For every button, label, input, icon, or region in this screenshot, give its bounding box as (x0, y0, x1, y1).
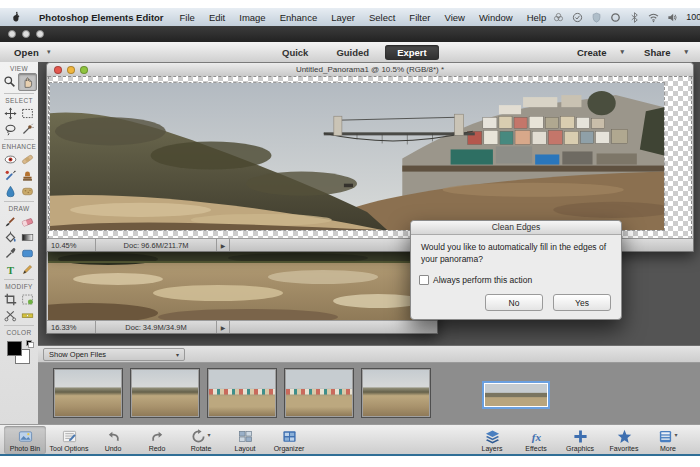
bluetooth-icon[interactable] (629, 12, 640, 23)
paint-bucket-tool[interactable] (2, 229, 19, 245)
tab-quick[interactable]: Quick (270, 45, 320, 60)
organizer-icon (282, 429, 297, 444)
clone-stamp-tool[interactable] (19, 167, 36, 183)
default-colors-icon[interactable] (28, 342, 34, 348)
window-zoom-button[interactable] (36, 30, 44, 38)
color-swatches[interactable] (6, 340, 32, 366)
menu-layer[interactable]: Layer (324, 12, 362, 23)
sponge-tool[interactable] (19, 183, 36, 199)
layout-button[interactable]: Layout (224, 426, 266, 454)
toolbox-section-enhance: ENHANCE (2, 143, 37, 150)
thumbnail-photo-4[interactable] (284, 368, 354, 418)
straighten-tool[interactable] (19, 307, 36, 323)
type-tool[interactable]: T (2, 261, 19, 277)
rectangular-marquee-tool[interactable] (19, 105, 36, 121)
app-menu[interactable]: Photoshop Elements Editor (32, 12, 173, 23)
menu-image[interactable]: Image (232, 12, 272, 23)
share-button[interactable]: Share (642, 47, 672, 58)
apple-menu-icon[interactable] (10, 11, 22, 23)
recompose-tool[interactable] (19, 291, 36, 307)
thumbnail-photo-1[interactable] (53, 368, 123, 418)
graphics-button[interactable]: Graphics (559, 426, 601, 454)
always-perform-checkbox[interactable] (419, 275, 429, 285)
taskbar: Photo BinTool OptionsUndoRedo▾RotateLayo… (0, 424, 700, 455)
crop-tool[interactable] (2, 291, 19, 307)
lasso-tool[interactable] (2, 121, 19, 137)
check-circle-icon[interactable] (572, 12, 583, 23)
tool-options-button[interactable]: Tool Options (48, 426, 90, 454)
show-open-files-dropdown[interactable]: Show Open Files ▾ (43, 348, 185, 361)
eraser-tool[interactable] (19, 213, 36, 229)
rotate-button[interactable]: ▾Rotate (180, 426, 222, 454)
brush-tool[interactable] (2, 213, 19, 229)
sync-circle-icon[interactable] (610, 12, 621, 23)
menu-filter[interactable]: Filter (402, 12, 437, 23)
tab-expert[interactable]: Expert (385, 45, 439, 60)
move-tool[interactable] (2, 105, 19, 121)
redo-button[interactable]: Redo (136, 426, 178, 454)
toolbox-section-draw: DRAW (8, 205, 29, 212)
undo-button[interactable]: Undo (92, 426, 134, 454)
yes-button[interactable]: Yes (553, 294, 611, 311)
spot-healing-brush-tool[interactable] (19, 151, 36, 167)
window-close-button[interactable] (8, 30, 16, 38)
blur-tool[interactable] (2, 183, 19, 199)
favorites-button[interactable]: Favorites (603, 426, 645, 454)
create-button[interactable]: Create (575, 47, 609, 58)
gradient-tool[interactable] (19, 229, 36, 245)
effects-button[interactable]: fxEffects (515, 426, 557, 454)
eyedropper-tool[interactable] (2, 245, 19, 261)
toolbox-section-color: COLOR (6, 329, 31, 336)
tab-guided[interactable]: Guided (324, 45, 381, 60)
background-doc-image (48, 251, 436, 320)
status-popup-arrow[interactable]: ▶ (217, 239, 230, 251)
thumbnail-photo-3[interactable] (207, 368, 277, 418)
document-window-background[interactable]: 16.33% Doc: 34.9M/34.9M ▶ (46, 250, 438, 334)
battery-percent: 100% (686, 12, 700, 22)
no-button[interactable]: No (485, 294, 543, 311)
shield-icon[interactable] (591, 12, 602, 23)
pencil-tool[interactable] (19, 261, 36, 277)
menu-edit[interactable]: Edit (202, 12, 232, 23)
menu-help[interactable]: Help (520, 12, 554, 23)
menu-file[interactable]: File (173, 12, 202, 23)
open-button[interactable]: Open (14, 47, 39, 58)
undo-icon (106, 429, 121, 444)
taskbar-accent-strip (0, 454, 700, 456)
smart-brush-tool[interactable] (2, 167, 19, 183)
background-doc-zoom-level[interactable]: 16.33% (47, 321, 96, 333)
menu-window[interactable]: Window (472, 12, 520, 23)
quick-selection-tool[interactable] (19, 121, 36, 137)
layers-button[interactable]: Layers (471, 426, 513, 454)
content-aware-move-tool[interactable] (2, 307, 19, 323)
zoom-tool[interactable] (1, 73, 18, 89)
thumbnail-photo-2[interactable] (130, 368, 200, 418)
create-dropdown-arrow[interactable]: ▾ (621, 48, 625, 56)
red-eye-removal-tool[interactable] (2, 151, 19, 167)
window-minimize-button[interactable] (22, 30, 30, 38)
shape-tool[interactable] (19, 245, 36, 261)
organizer-button[interactable]: Organizer (268, 426, 310, 454)
creative-cloud-icon[interactable] (553, 12, 564, 23)
thumbnail-image (485, 384, 547, 406)
share-dropdown-arrow[interactable]: ▾ (684, 48, 688, 56)
battery-indicator: 100% (686, 12, 700, 22)
thumbnail-photo-5[interactable] (361, 368, 431, 418)
panorama-zoom-level[interactable]: 10.45% (47, 239, 96, 251)
menu-view[interactable]: View (437, 12, 471, 23)
volume-icon[interactable] (667, 12, 678, 23)
panorama-titlebar[interactable]: Untitled_Panorama1 @ 10.5% (RGB/8*) * (47, 63, 693, 77)
more-button[interactable]: ▾More (647, 426, 689, 454)
photo-bin-button[interactable]: Photo Bin (4, 426, 46, 454)
status-popup-arrow[interactable]: ▶ (217, 321, 230, 333)
hand-tool[interactable] (18, 73, 37, 91)
menu-select[interactable]: Select (362, 12, 402, 23)
open-dropdown-arrow[interactable]: ▾ (47, 48, 51, 56)
photo-bin-thumbnails (38, 363, 700, 425)
foreground-color-swatch[interactable] (7, 341, 22, 356)
thumbnail-panorama-selected[interactable] (482, 381, 550, 409)
background-doc-size: Doc: 34.9M/34.9M (96, 321, 217, 333)
wifi-icon[interactable] (648, 12, 659, 23)
more-icon (658, 429, 673, 444)
menu-enhance[interactable]: Enhance (273, 12, 325, 23)
